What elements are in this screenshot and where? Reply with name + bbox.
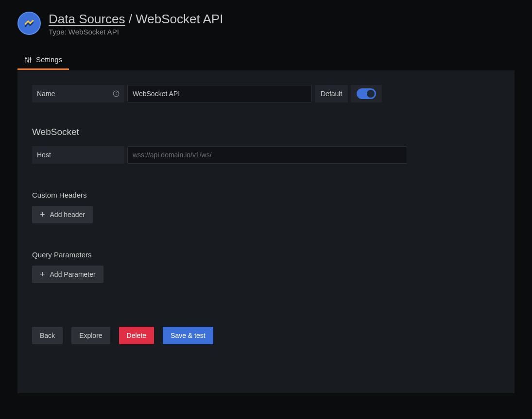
svg-point-8 (116, 92, 117, 93)
breadcrumb-parent-link[interactable]: Data Sources (49, 12, 125, 26)
tab-settings-label: Settings (36, 55, 62, 64)
plus-icon: + (40, 270, 45, 279)
delete-button[interactable]: Delete (119, 327, 154, 344)
default-toggle[interactable] (357, 88, 376, 99)
tabs: Settings (17, 50, 515, 70)
add-header-button[interactable]: + Add header (32, 206, 93, 223)
host-input[interactable] (127, 146, 407, 164)
websocket-plugin-icon (23, 17, 35, 30)
settings-content: Name Default WebSocket (17, 70, 515, 393)
default-toggle-container (351, 85, 382, 102)
sliders-icon (24, 56, 32, 64)
default-label: Default (315, 85, 348, 102)
svg-point-5 (30, 58, 31, 60)
explore-button[interactable]: Explore (71, 327, 110, 344)
custom-headers-heading: Custom Headers (32, 191, 500, 199)
host-label: Host (32, 146, 124, 164)
action-buttons: Back Explore Delete Save & test (32, 327, 500, 344)
svg-point-3 (25, 58, 27, 59)
tab-settings[interactable]: Settings (17, 50, 69, 70)
breadcrumb-separator: / (129, 12, 136, 26)
name-input[interactable] (127, 85, 312, 102)
name-label: Name (32, 85, 124, 102)
back-button[interactable]: Back (32, 327, 63, 344)
save-test-button[interactable]: Save & test (163, 327, 213, 344)
add-parameter-button[interactable]: + Add Parameter (32, 266, 103, 283)
page-subtitle: Type: WebSocket API (49, 28, 223, 36)
svg-point-4 (28, 60, 29, 62)
breadcrumb: Data Sources / WebSocket API (49, 12, 223, 27)
info-icon[interactable] (113, 90, 120, 97)
breadcrumb-current: WebSocket API (136, 12, 223, 26)
query-parameters-heading: Query Parameters (32, 251, 500, 259)
plugin-icon (17, 12, 41, 35)
plus-icon: + (40, 210, 45, 219)
websocket-heading: WebSocket (32, 127, 500, 137)
page-header: Data Sources / WebSocket API Type: WebSo… (17, 12, 515, 36)
